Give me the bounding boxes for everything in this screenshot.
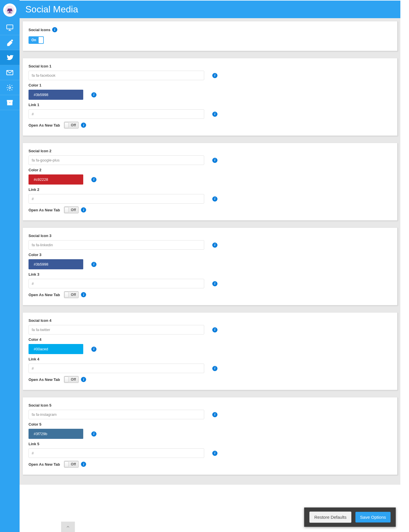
info-icon[interactable]: i — [212, 412, 217, 417]
info-icon[interactable]: i — [212, 242, 217, 248]
info-icon[interactable]: i — [91, 262, 96, 267]
monitor-icon — [6, 24, 14, 31]
sidebar — [0, 0, 20, 532]
social-icons-label: Social Icons — [29, 28, 50, 32]
nav-styling[interactable] — [0, 35, 20, 50]
scroll-to-top[interactable] — [61, 522, 75, 532]
panel-social-icon: Social Icon 4iColor 4#00acediLink 4iOpen… — [22, 312, 397, 390]
toggle-knob — [65, 122, 69, 128]
restore-defaults-button[interactable]: Restore Defaults — [309, 512, 351, 523]
info-icon[interactable]: i — [212, 451, 217, 456]
panel-social-icons-toggle: Social Icons i On — [22, 21, 397, 51]
color-picker[interactable]: #c92228 — [29, 174, 83, 185]
archive-icon — [6, 99, 14, 106]
info-icon[interactable]: i — [91, 92, 96, 97]
toggle-off-label: Off — [69, 377, 78, 382]
info-icon[interactable]: i — [81, 292, 86, 297]
newtab-label: Open As New Tab — [29, 293, 60, 297]
toggle-on-label: On — [29, 37, 39, 43]
info-icon[interactable]: i — [212, 196, 217, 202]
page-title: Social Media — [20, 0, 400, 18]
color-picker[interactable]: #00aced — [29, 344, 83, 354]
link-label: Link 2 — [29, 187, 39, 192]
info-icon[interactable]: i — [81, 207, 86, 213]
icon-class-input[interactable] — [29, 410, 204, 419]
toggle-off-label: Off — [69, 292, 78, 298]
svg-rect-9 — [9, 102, 11, 103]
icon-class-input[interactable] — [29, 325, 204, 334]
toggle-knob — [65, 207, 69, 213]
toggle-off-label: Off — [69, 122, 78, 128]
icon-label: Social Icon 4 — [29, 318, 51, 323]
gear-icon — [6, 84, 14, 91]
nav-archive[interactable] — [0, 95, 20, 110]
toggle-knob — [65, 377, 69, 382]
nav-dashboard[interactable] — [0, 20, 20, 35]
nav-settings[interactable] — [0, 80, 20, 95]
newtab-label: Open As New Tab — [29, 208, 60, 212]
color-picker[interactable]: #3f729b — [29, 429, 83, 439]
info-icon[interactable]: i — [212, 327, 217, 332]
info-icon[interactable]: i — [212, 73, 217, 78]
svg-point-6 — [9, 87, 11, 89]
envelope-icon — [6, 69, 14, 76]
info-icon[interactable]: i — [81, 123, 86, 128]
icon-class-input[interactable] — [29, 240, 204, 250]
newtab-toggle[interactable]: Off — [64, 376, 79, 383]
link-label: Link 1 — [29, 103, 39, 107]
info-icon[interactable]: i — [91, 431, 96, 437]
info-icon[interactable]: i — [212, 281, 217, 286]
newtab-toggle[interactable]: Off — [64, 206, 79, 213]
icon-class-input[interactable] — [29, 155, 204, 165]
panel-social-icon: Social Icon 3iColor 3#3b5998iLink 3iOpen… — [22, 228, 397, 305]
color-picker[interactable]: #3b5998 — [29, 90, 83, 100]
svg-rect-7 — [7, 100, 13, 101]
newtab-toggle[interactable]: Off — [64, 122, 79, 129]
social-icons-toggle[interactable]: On — [29, 36, 44, 44]
color-label: Color 2 — [29, 168, 41, 172]
info-icon[interactable]: i — [212, 112, 217, 117]
link-label: Link 4 — [29, 357, 39, 361]
link-input[interactable] — [29, 279, 204, 288]
newtab-toggle[interactable]: Off — [64, 461, 79, 468]
content: Social Media Social Icons i On Social Ic… — [20, 0, 400, 532]
newtab-toggle[interactable]: Off — [64, 291, 79, 298]
info-icon[interactable]: i — [81, 462, 86, 467]
brush-icon — [6, 39, 14, 46]
link-label: Link 5 — [29, 442, 39, 446]
info-icon[interactable]: i — [212, 158, 217, 163]
info-icon[interactable]: i — [91, 177, 96, 182]
info-icon[interactable]: i — [52, 27, 57, 32]
color-label: Color 3 — [29, 253, 41, 257]
color-label: Color 4 — [29, 337, 41, 342]
nav-social[interactable] — [0, 50, 20, 65]
info-icon[interactable]: i — [212, 366, 217, 371]
panel-social-icon: Social Icon 1iColor 1#3b5998iLink 1iOpen… — [22, 58, 397, 136]
info-icon[interactable]: i — [91, 347, 96, 352]
newtab-label: Open As New Tab — [29, 377, 60, 382]
icon-class-input[interactable] — [29, 71, 204, 80]
svg-rect-1 — [9, 11, 10, 12]
color-picker[interactable]: #3b5998 — [29, 259, 83, 269]
icon-label: Social Icon 5 — [29, 403, 51, 407]
toggle-knob — [65, 292, 69, 298]
toggle-knob — [65, 461, 69, 467]
icon-label: Social Icon 2 — [29, 149, 51, 153]
nav-contact[interactable] — [0, 65, 20, 80]
toggle-knob — [39, 37, 43, 43]
toggle-off-label: Off — [69, 461, 78, 467]
link-input[interactable] — [29, 364, 204, 373]
panel-social-icon: Social Icon 2iColor 2#c92228iLink 2iOpen… — [22, 143, 397, 221]
toggle-off-label: Off — [69, 207, 78, 213]
newtab-label: Open As New Tab — [29, 123, 60, 127]
chevron-up-icon — [66, 525, 70, 529]
link-label: Link 3 — [29, 272, 39, 277]
link-input[interactable] — [29, 109, 204, 119]
logo — [3, 3, 16, 17]
info-icon[interactable]: i — [81, 377, 86, 382]
svg-rect-3 — [7, 25, 13, 29]
link-input[interactable] — [29, 448, 204, 458]
save-options-button[interactable]: Save Options — [355, 512, 391, 522]
link-input[interactable] — [29, 194, 204, 204]
twitter-icon — [6, 54, 14, 61]
